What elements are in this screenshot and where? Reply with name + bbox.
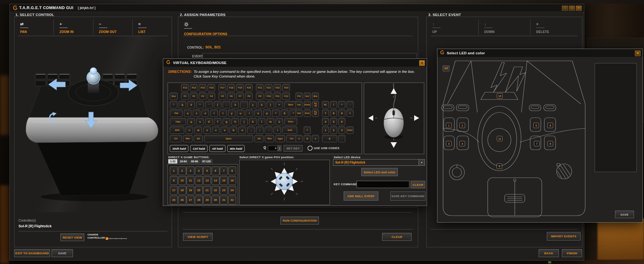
- dx-button-8[interactable]: 8: [228, 166, 236, 175]
- key-F18[interactable]: F18: [227, 84, 235, 91]
- led-8[interactable]: 8: [547, 141, 553, 146]
- led-2[interactable]: 2: [459, 123, 465, 128]
- dx-button-29[interactable]: 29: [203, 196, 211, 204]
- key-b[interactable]: b: [230, 127, 237, 134]
- key-^[interactable]: ^: [304, 127, 311, 134]
- key-F7[interactable]: F7: [236, 93, 244, 100]
- key-:[interactable]: :: [265, 127, 272, 134]
- back-button[interactable]: BACK: [539, 249, 559, 257]
- key-F1[interactable]: F1: [181, 93, 189, 100]
- key-command-input[interactable]: [357, 181, 409, 188]
- key-/[interactable]: /: [330, 101, 337, 108]
- dx-tab-97-120[interactable]: 97-120: [201, 159, 213, 164]
- key-Win[interactable]: Win: [183, 135, 192, 142]
- dx-button-32[interactable]: 32: [228, 196, 236, 204]
- key-End[interactable]: End: [304, 110, 311, 117]
- led-5[interactable]: 5: [533, 123, 539, 128]
- finish-button[interactable]: FINISH: [562, 249, 582, 257]
- dx-button-27[interactable]: 27: [186, 196, 194, 204]
- close-icon[interactable]: ✕: [635, 51, 641, 56]
- dx-button-2[interactable]: 2: [178, 166, 186, 175]
- dx-button-21[interactable]: 21: [203, 186, 211, 195]
- gear-icon[interactable]: [184, 22, 189, 28]
- maximize-button[interactable]: ▢: [569, 6, 575, 11]
- key-l[interactable]: l: [258, 118, 265, 125]
- key-v[interactable]: v: [221, 127, 228, 134]
- key-F12[interactable]: F12: [282, 93, 290, 100]
- key-Enter[interactable]: Enter: [347, 127, 353, 134]
- minimize-button[interactable]: –: [562, 6, 568, 11]
- key-NL[interactable]: NL: [322, 101, 329, 108]
- key-i[interactable]: i: [246, 110, 253, 117]
- key-ç[interactable]: ç: [249, 101, 257, 108]
- key-$[interactable]: $: [281, 110, 288, 117]
- key-Win[interactable]: Win: [265, 135, 274, 142]
- key-d[interactable]: d: [205, 118, 213, 125]
- key-u[interactable]: u: [237, 110, 244, 117]
- key-![interactable]: !: [274, 127, 281, 134]
- led-7[interactable]: 7: [534, 141, 540, 146]
- dx-tab-33-64[interactable]: 33-64: [178, 159, 189, 164]
- key-F5[interactable]: F5: [219, 93, 226, 100]
- dx-button-10[interactable]: 10: [178, 176, 186, 185]
- select-led-color-button[interactable]: Select LED and color: [361, 168, 398, 176]
- set-key-button[interactable]: SET KEY: [284, 145, 303, 152]
- pov-arrow-270[interactable]: [271, 179, 276, 184]
- key-0[interactable]: 0: [322, 135, 337, 142]
- key-F24[interactable]: F24: [282, 84, 290, 91]
- key-F2[interactable]: F2: [190, 93, 197, 100]
- key-Prt[interactable]: Prt: [296, 93, 303, 100]
- dx-button-1[interactable]: 1: [170, 166, 178, 175]
- key-F20[interactable]: F20: [245, 84, 253, 91]
- view-script-button[interactable]: VIEW SCRIPT: [183, 233, 213, 241]
- key-F11[interactable]: F11: [274, 93, 281, 100]
- add-null-event-button[interactable]: ADD NULL EVENT: [344, 191, 378, 201]
- key-F16[interactable]: F16: [208, 84, 215, 91]
- mouse-compass[interactable]: [364, 83, 423, 153]
- key-Scrl[interactable]: Scrl: [304, 93, 311, 100]
- dx-button-23[interactable]: 23: [220, 186, 228, 195]
- dx-button-5[interactable]: 5: [203, 166, 211, 175]
- key-<[interactable]: <: [186, 127, 193, 134]
- key-Brk[interactable]: Brk: [312, 93, 319, 100]
- key-^[interactable]: ^: [272, 110, 280, 117]
- key-Alt[interactable]: Alt: [254, 135, 264, 142]
- key-e[interactable]: e: [202, 110, 209, 117]
- key-=[interactable]: =: [275, 101, 283, 108]
- key-F4[interactable]: F4: [208, 93, 215, 100]
- key--[interactable]: -: [347, 101, 353, 108]
- key-F9[interactable]: F9: [256, 93, 264, 100]
- toolbar-item-zoom-out[interactable]: −ZOOM OUT: [93, 18, 132, 36]
- dx-button-4[interactable]: 4: [195, 166, 203, 175]
- toolbar-item-pan[interactable]: ⇄PAN: [14, 18, 53, 36]
- key-Space[interactable]: Space: [204, 135, 253, 142]
- key-k[interactable]: k: [249, 118, 257, 125]
- close-button[interactable]: ×: [576, 6, 582, 11]
- change-controller-slider[interactable]: [106, 237, 128, 240]
- dx-button-19[interactable]: 19: [186, 186, 194, 195]
- key-Apps[interactable]: Apps: [275, 135, 285, 142]
- key-*[interactable]: *: [338, 101, 345, 108]
- key-w[interactable]: w: [194, 127, 202, 134]
- key-a[interactable]: a: [184, 110, 192, 117]
- reset-view-button[interactable]: RESET VIEW: [60, 234, 84, 241]
- dx-button-6[interactable]: 6: [212, 166, 219, 175]
- chevron-down-icon[interactable]: ▼: [419, 159, 425, 165]
- dx-button-18[interactable]: 18: [178, 186, 186, 195]
- key-7[interactable]: 7: [322, 110, 329, 117]
- dx-button-11[interactable]: 11: [186, 176, 194, 185]
- key-F23[interactable]: F23: [274, 84, 281, 91]
- key-"[interactable]: ": [196, 101, 204, 108]
- key-<[interactable]: <: [296, 135, 303, 142]
- key-F13[interactable]: F13: [181, 84, 189, 91]
- key-Home[interactable]: Home: [304, 101, 311, 108]
- slider-handle[interactable]: [106, 237, 108, 240]
- key-t[interactable]: t: [219, 110, 227, 117]
- key-F22[interactable]: F22: [265, 84, 272, 91]
- key--[interactable]: -: [223, 101, 230, 108]
- key-r[interactable]: r: [210, 110, 218, 117]
- key-command-clear-button[interactable]: CLEAR: [411, 181, 425, 188]
- dx-tab-65-96[interactable]: 65-96: [189, 159, 200, 164]
- key-2[interactable]: 2: [330, 127, 337, 134]
- key-m[interactable]: m: [267, 118, 274, 125]
